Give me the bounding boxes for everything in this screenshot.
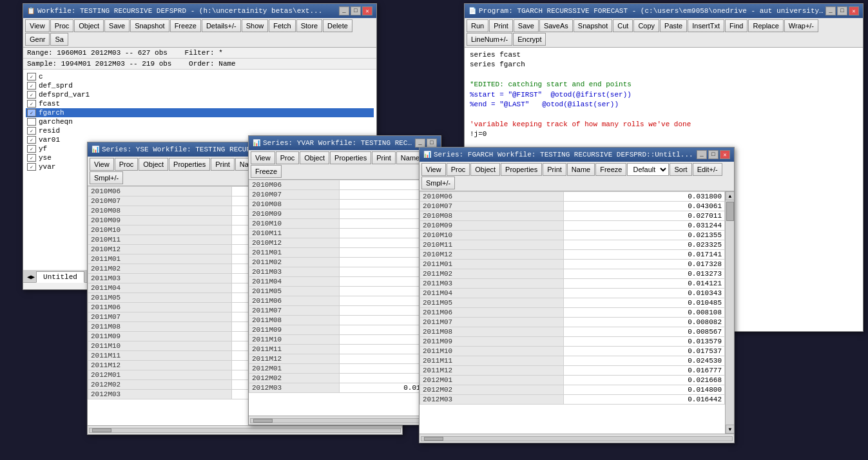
workfile-delete-btn[interactable]: Delete [323,19,352,32]
fgarch-proc-btn[interactable]: Proc [447,163,470,176]
yvar-hscroll-thumb[interactable] [253,419,273,423]
program-find-btn[interactable]: Find [725,19,747,32]
yse-hscroll-thumb[interactable] [92,428,111,432]
yse-view-btn[interactable]: View [90,158,114,171]
program-encrypt-btn[interactable]: Encrypt [513,33,546,46]
table-row: 2011M11NA [249,345,441,354]
yse-proc-btn[interactable]: Proc [115,158,139,171]
series-fgarch-close-btn[interactable]: ✕ [720,150,730,159]
program-paste-btn[interactable]: Paste [660,19,687,32]
var-item-fgarch[interactable]: fgarch [26,108,374,117]
var-item-def_sprd[interactable]: def_sprd [26,81,374,90]
var-icon-resid [27,127,36,135]
program-close-btn[interactable]: ✕ [849,6,859,15]
series-yse-hscroll[interactable] [88,425,402,434]
program-inserttxt-btn[interactable]: InsertTxt [688,19,724,32]
program-print-btn[interactable]: Print [489,19,513,32]
var-icon-fcast [27,100,36,108]
series-fgarch-table-container[interactable]: 2010M060.0318002010M070.0430612010M080.0… [420,191,725,434]
yvar-view-btn[interactable]: View [251,151,275,164]
workfile-object-btn[interactable]: Object [74,19,104,32]
fgarch-scroll-thumb[interactable] [726,202,734,221]
series-yvar-minimize-btn[interactable]: _ [415,139,425,148]
table-row: 2012M010.021668 [420,376,725,385]
program-replace-btn[interactable]: Replace [748,19,783,32]
workfile-proc-btn[interactable]: Proc [50,19,74,32]
fgarch-print-btn[interactable]: Print [543,163,566,176]
table-row: 2010M120.017141 [420,250,725,260]
series-fgarch-window: 📊 Series: FGARCH Workfile: TESTING RECUR… [419,147,735,443]
fgarch-properties-btn[interactable]: Properties [501,163,542,176]
var-item-garcheqn[interactable]: garcheqn [26,117,374,126]
program-cut-btn[interactable]: Cut [613,19,633,32]
fgarch-scroll-up-btn[interactable]: ▲ [726,191,734,200]
yvar-print-btn[interactable]: Print [372,151,396,164]
tab-scroll-right[interactable]: ▶ [31,273,35,281]
workfile-minimize-btn[interactable]: _ [339,6,349,15]
yse-print-btn[interactable]: Print [211,158,235,171]
fgarch-default-select[interactable]: Default [627,163,669,176]
workfile-view-btn[interactable]: View [25,19,50,32]
fgarch-scroll-track[interactable] [726,200,734,425]
series-yvar-table-container[interactable]: 2010M06NA2010M07NA2010M08NA2010M09NA2010… [249,180,441,416]
fgarch-scroll-down-btn[interactable]: ▼ [726,425,734,434]
yvar-hscroll-track[interactable] [250,418,439,423]
yvar-properties-btn[interactable]: Properties [330,151,371,164]
fgarch-smpl-btn[interactable]: Smpl+/- [421,177,455,189]
fgarch-edit-btn[interactable]: Edit+/- [693,163,722,176]
series-yvar-hscroll[interactable] [249,416,441,425]
var-icon-var01 [27,136,36,144]
workfile-tab-untitled[interactable]: Untitled [36,271,84,283]
program-maximize-btn[interactable]: □ [837,6,847,15]
program-snapshot-btn[interactable]: Snapshot [574,19,612,32]
program-save-btn[interactable]: Save [514,19,539,32]
fgarch-hscroll-track[interactable] [421,436,733,441]
table-row: 2011M07NA [249,306,441,316]
fgarch-freeze-btn[interactable]: Freeze [595,163,626,176]
series-fgarch-maximize-btn[interactable]: □ [708,150,719,159]
workfile-snapshot-btn[interactable]: Snapshot [130,19,169,32]
var-name-var01: var01 [39,136,60,144]
fgarch-object-btn[interactable]: Object [470,163,500,176]
order-value: Name [218,60,235,68]
yse-hscroll-track[interactable] [89,428,401,433]
yvar-object-btn[interactable]: Object [300,151,329,164]
yse-smpl-btn[interactable]: Smpl+/- [90,171,123,184]
var-item-c[interactable]: c [26,72,374,81]
program-run-btn[interactable]: Run [467,19,488,32]
workfile-fetch-btn[interactable]: Fetch [269,19,296,32]
workfile-store-btn[interactable]: Store [296,19,322,32]
workfile-sa-btn[interactable]: Sa [50,33,68,46]
var-name-fgarch: fgarch [39,109,64,117]
yvar-proc-btn[interactable]: Proc [276,151,300,164]
workfile-close-btn[interactable]: ✕ [362,6,372,15]
yse-properties-btn[interactable]: Properties [169,158,210,171]
program-minimize-btn[interactable]: _ [825,6,836,15]
yse-object-btn[interactable]: Object [139,158,168,171]
workfile-genr-btn[interactable]: Genr [25,33,50,46]
program-linenum-btn[interactable]: LineNum+/- [467,33,512,46]
series-fgarch-title: Series: FGARCH Workfile: TESTING RECURSI… [434,151,697,158]
workfile-details-btn[interactable]: Details+/- [202,19,241,32]
yvar-freeze-btn[interactable]: Freeze [251,165,282,178]
workfile-freeze-btn[interactable]: Freeze [170,19,201,32]
workfile-show-btn[interactable]: Show [242,19,269,32]
series-yvar-maximize-btn[interactable]: □ [427,139,437,148]
var-name-resid: resid [39,127,60,135]
series-fgarch-hscroll[interactable] [420,434,734,443]
program-wrap-btn[interactable]: Wrap+/- [784,19,818,32]
series-fgarch-minimize-btn[interactable]: _ [697,150,707,159]
var-item-fcast[interactable]: fcast [26,99,374,108]
program-saveas-btn[interactable]: SaveAs [539,19,573,32]
fgarch-hscroll-thumb[interactable] [424,437,443,441]
var-item-defsprd_var1[interactable]: defsprd_var1 [26,90,374,99]
fgarch-name-btn[interactable]: Name [567,163,595,176]
workfile-save-btn[interactable]: Save [104,19,130,32]
var-item-resid[interactable]: resid [26,126,374,135]
fgarch-sort-btn[interactable]: Sort [670,163,691,176]
program-copy-btn[interactable]: Copy [633,19,659,32]
fgarch-view-btn[interactable]: View [421,163,446,176]
table-row: 2011M04NA [249,277,441,287]
workfile-maximize-btn[interactable]: □ [351,6,361,15]
series-fgarch-vscroll[interactable]: ▲ ▼ [725,191,734,434]
